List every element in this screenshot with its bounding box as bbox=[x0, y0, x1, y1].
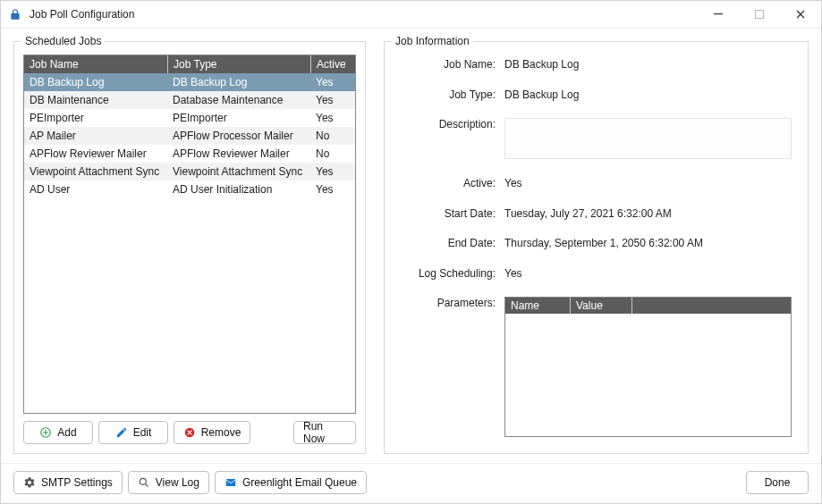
maximize-button[interactable] bbox=[739, 1, 780, 28]
label-description: Description: bbox=[397, 116, 496, 130]
svg-rect-0 bbox=[714, 13, 723, 14]
close-button[interactable] bbox=[780, 1, 821, 28]
col-param-rest bbox=[631, 298, 791, 314]
greenlight-queue-button[interactable]: Greenlight Email Queue bbox=[215, 471, 367, 494]
job-info-group: Job Information Job Name: DB Backup Log … bbox=[384, 41, 809, 454]
table-row[interactable]: APFlow Reviewer MailerAPFlow Reviewer Ma… bbox=[24, 145, 355, 163]
svg-rect-5 bbox=[226, 479, 236, 486]
table-row[interactable]: Viewpoint Attachment SyncViewpoint Attac… bbox=[24, 163, 355, 181]
col-active[interactable]: Active bbox=[310, 55, 355, 73]
remove-circle-icon bbox=[183, 426, 196, 439]
col-param-name[interactable]: Name bbox=[505, 298, 570, 314]
lock-icon bbox=[8, 7, 22, 21]
envelope-icon bbox=[225, 476, 237, 489]
cell-job-type: PEImporter bbox=[167, 109, 310, 127]
cell-job-type: AD User Initialization bbox=[167, 181, 310, 198]
edit-button[interactable]: Edit bbox=[98, 421, 168, 444]
value-end-date: Thursday, September 1, 2050 6:32:00 AM bbox=[504, 235, 792, 249]
run-now-button[interactable]: Run Now bbox=[293, 421, 356, 444]
col-job-name[interactable]: Job Name bbox=[24, 55, 167, 73]
col-job-type[interactable]: Job Type bbox=[167, 55, 310, 73]
cell-job-type: APFlow Reviewer Mailer bbox=[167, 145, 310, 163]
cell-job-name: APFlow Reviewer Mailer bbox=[24, 145, 167, 163]
cell-job-name: PEImporter bbox=[24, 109, 167, 127]
cell-job-name: AP Mailer bbox=[24, 127, 167, 145]
value-description bbox=[504, 116, 792, 159]
svg-rect-1 bbox=[756, 11, 764, 19]
value-active: Yes bbox=[504, 175, 792, 189]
view-log-label: View Log bbox=[156, 476, 199, 489]
cell-active: Yes bbox=[310, 73, 355, 91]
table-row[interactable]: AP MailerAPFlow Processor MailerNo bbox=[24, 127, 355, 145]
cell-job-name: DB Backup Log bbox=[24, 73, 167, 91]
run-now-label: Run Now bbox=[303, 420, 346, 445]
greenlight-queue-label: Greenlight Email Queue bbox=[242, 476, 357, 489]
cell-active: No bbox=[310, 145, 355, 163]
cell-job-type: Database Maintenance bbox=[167, 91, 310, 109]
cell-job-name: Viewpoint Attachment Sync bbox=[24, 163, 167, 181]
value-job-type: DB Backup Log bbox=[504, 87, 792, 101]
label-parameters: Parameters: bbox=[397, 295, 496, 309]
col-param-value[interactable]: Value bbox=[570, 298, 631, 314]
parameters-header: Name Value bbox=[505, 298, 791, 314]
cell-active: Yes bbox=[310, 109, 355, 127]
label-log-scheduling: Log Scheduling: bbox=[397, 265, 496, 280]
table-row[interactable]: DB Backup LogDB Backup LogYes bbox=[24, 73, 355, 91]
description-box bbox=[504, 118, 792, 159]
label-end-date: End Date: bbox=[397, 235, 496, 249]
table-row[interactable]: DB MaintenanceDatabase MaintenanceYes bbox=[24, 91, 355, 109]
cell-active: Yes bbox=[310, 91, 355, 109]
cell-active: Yes bbox=[310, 163, 355, 181]
cell-active: No bbox=[310, 127, 355, 145]
scheduled-jobs-table[interactable]: Job Name Job Type Active DB Backup LogDB… bbox=[23, 55, 356, 414]
smtp-settings-button[interactable]: SMTP Settings bbox=[13, 471, 123, 494]
gear-icon bbox=[23, 476, 36, 489]
value-parameters: Name Value bbox=[504, 295, 792, 437]
pencil-icon bbox=[115, 426, 128, 439]
add-label: Add bbox=[57, 426, 76, 439]
label-active: Active: bbox=[397, 175, 496, 189]
label-start-date: Start Date: bbox=[397, 206, 496, 220]
table-header: Job Name Job Type Active bbox=[24, 55, 355, 73]
table-row[interactable]: PEImporterPEImporterYes bbox=[24, 109, 355, 127]
cell-active: Yes bbox=[310, 181, 355, 198]
cell-job-type: DB Backup Log bbox=[167, 73, 310, 91]
titlebar: Job Poll Configuration bbox=[1, 1, 821, 29]
cell-job-type: APFlow Processor Mailer bbox=[167, 127, 310, 145]
value-job-name: DB Backup Log bbox=[504, 56, 792, 71]
parameters-table[interactable]: Name Value bbox=[504, 297, 792, 437]
table-row[interactable]: AD UserAD User InitializationYes bbox=[24, 181, 355, 198]
minimize-button[interactable] bbox=[698, 1, 739, 28]
done-button[interactable]: Done bbox=[746, 471, 809, 494]
add-button[interactable]: Add bbox=[23, 421, 93, 444]
svg-point-4 bbox=[140, 478, 146, 484]
cell-job-name: AD User bbox=[24, 181, 167, 198]
done-label: Done bbox=[765, 476, 791, 489]
cell-job-type: Viewpoint Attachment Sync bbox=[167, 163, 310, 181]
scheduled-jobs-legend: Scheduled Jobs bbox=[21, 35, 105, 47]
footer: SMTP Settings View Log Greenlight Email … bbox=[1, 463, 821, 503]
window-title: Job Poll Configuration bbox=[30, 8, 134, 21]
search-icon bbox=[138, 476, 150, 489]
job-info-legend: Job Information bbox=[392, 35, 473, 47]
cell-job-name: DB Maintenance bbox=[24, 91, 167, 109]
value-start-date: Tuesday, July 27, 2021 6:32:00 AM bbox=[504, 206, 792, 220]
view-log-button[interactable]: View Log bbox=[128, 471, 209, 494]
remove-button[interactable]: Remove bbox=[174, 421, 250, 444]
plus-circle-icon bbox=[39, 426, 52, 439]
remove-label: Remove bbox=[201, 426, 242, 439]
label-job-type: Job Type: bbox=[397, 87, 496, 101]
smtp-settings-label: SMTP Settings bbox=[41, 476, 113, 489]
edit-label: Edit bbox=[133, 426, 152, 439]
scheduled-jobs-group: Scheduled Jobs Job Name Job Type Active … bbox=[13, 41, 366, 454]
value-log-scheduling: Yes bbox=[504, 265, 792, 280]
label-job-name: Job Name: bbox=[397, 56, 496, 71]
